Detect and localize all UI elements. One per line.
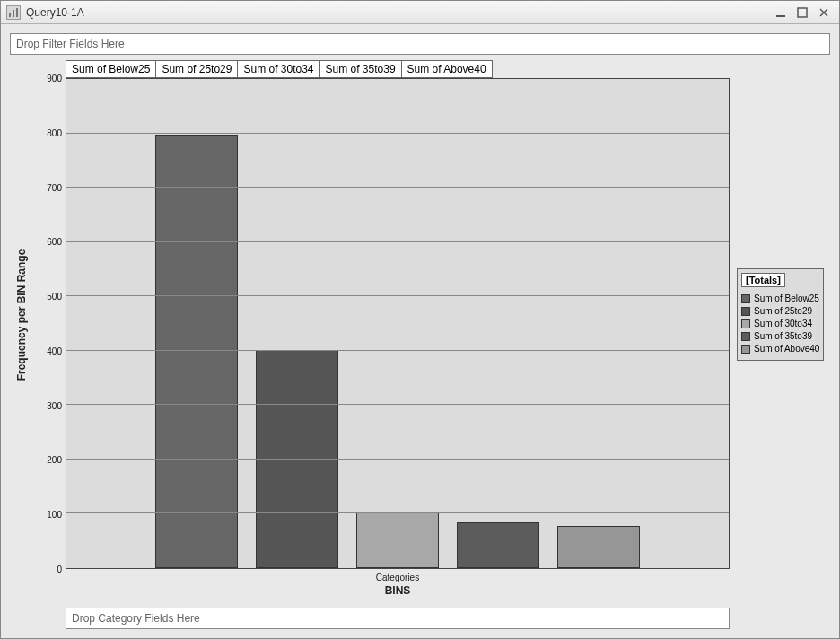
legend-item[interactable]: Sum of 30to34 — [741, 319, 819, 328]
series-header[interactable]: Sum of 25to29 — [156, 60, 238, 78]
close-button[interactable] — [814, 5, 834, 20]
gridline — [66, 404, 729, 405]
category-dropzone[interactable]: Drop Category Fields Here — [66, 608, 730, 629]
svg-rect-1 — [13, 10, 14, 17]
gridline — [66, 295, 729, 296]
series-header[interactable]: Sum of Below25 — [66, 60, 156, 78]
series-header[interactable]: Sum of 35to39 — [320, 60, 402, 78]
filter-dropzone[interactable]: Drop Filter Fields Here — [10, 33, 830, 55]
y-tick: 100 — [47, 510, 62, 520]
titlebar: Query10-1A — [1, 1, 839, 24]
y-tick: 500 — [47, 292, 62, 302]
legend-label: Sum of 25to29 — [754, 306, 812, 316]
gridline — [66, 512, 729, 513]
plot-row: 0100200300400500600700800900 — [33, 78, 730, 569]
y-tick: 900 — [47, 74, 62, 83]
y-tick: 300 — [47, 400, 62, 410]
svg-rect-3 — [776, 15, 785, 17]
legend-label: Sum of 30to34 — [754, 319, 812, 328]
filter-dropzone-label: Drop Filter Fields Here — [16, 38, 125, 50]
maximize-button[interactable] — [792, 5, 812, 20]
legend: [Totals] Sum of Below25Sum of 25to29Sum … — [737, 268, 824, 361]
series-header[interactable]: Sum of 30to34 — [238, 60, 319, 78]
chart-body: Sum of Below25Sum of 25to29Sum of 30to34… — [33, 60, 730, 569]
legend-item[interactable]: Sum of 25to29 — [741, 306, 819, 316]
legend-swatch — [741, 345, 750, 354]
series-header-row: Sum of Below25Sum of 25to29Sum of 30to34… — [66, 60, 730, 78]
y-axis-label: Frequency per BIN Range — [15, 249, 28, 381]
legend-item[interactable]: Sum of 35to39 — [741, 331, 819, 341]
legend-swatch — [741, 307, 750, 316]
category-dropzone-label: Drop Category Fields Here — [72, 612, 200, 625]
window-title: Query10-1A — [26, 6, 84, 19]
x-axis-block: Categories BINS — [66, 569, 730, 602]
client-area: Drop Filter Fields Here Frequency per BI… — [1, 24, 839, 638]
y-tick: 200 — [47, 455, 62, 465]
bar[interactable] — [356, 512, 439, 568]
plot-area[interactable] — [66, 78, 730, 569]
y-axis-label-wrap: Frequency per BIN Range — [10, 60, 33, 569]
legend-item[interactable]: Sum of Above40 — [741, 344, 819, 354]
bars-layer — [66, 79, 729, 568]
legend-item[interactable]: Sum of Below25 — [741, 293, 819, 303]
y-tick: 700 — [47, 182, 62, 192]
legend-label: Sum of Above40 — [754, 344, 819, 354]
y-tick: 600 — [47, 237, 62, 247]
bar[interactable] — [557, 526, 640, 568]
svg-rect-2 — [16, 8, 18, 17]
legend-label: Sum of 35to39 — [754, 331, 812, 341]
chart-zone: Frequency per BIN Range Sum of Below25Su… — [10, 60, 830, 602]
x-axis-sublabel: Categories — [66, 573, 730, 582]
gridline — [66, 459, 729, 460]
legend-swatch — [741, 320, 750, 328]
bar[interactable] — [457, 522, 539, 568]
svg-rect-0 — [9, 13, 11, 17]
y-tick: 0 — [57, 565, 62, 574]
series-header[interactable]: Sum of Above40 — [402, 60, 493, 78]
app-window: Query10-1A Drop Filter Fields Here Frequ… — [0, 0, 840, 639]
legend-swatch — [741, 294, 750, 303]
chart-row: Frequency per BIN Range Sum of Below25Su… — [10, 60, 830, 569]
legend-swatch — [741, 332, 750, 341]
gridline — [66, 133, 729, 134]
y-tick: 800 — [47, 127, 62, 137]
x-axis-label: BINS — [66, 584, 730, 597]
gridline — [66, 350, 729, 351]
legend-items: Sum of Below25Sum of 25to29Sum of 30to34… — [741, 293, 819, 354]
y-axis: 0100200300400500600700800900 — [33, 78, 66, 569]
bar[interactable] — [155, 135, 238, 568]
pivotchart-icon — [6, 5, 21, 20]
y-tick: 400 — [47, 346, 62, 355]
gridline — [66, 241, 729, 242]
legend-wrap: [Totals] Sum of Below25Sum of 25to29Sum … — [730, 60, 830, 569]
legend-label: Sum of Below25 — [754, 293, 819, 303]
svg-rect-4 — [798, 8, 807, 17]
legend-title: [Totals] — [741, 273, 785, 287]
gridline — [66, 187, 729, 188]
minimize-button[interactable] — [771, 5, 791, 20]
